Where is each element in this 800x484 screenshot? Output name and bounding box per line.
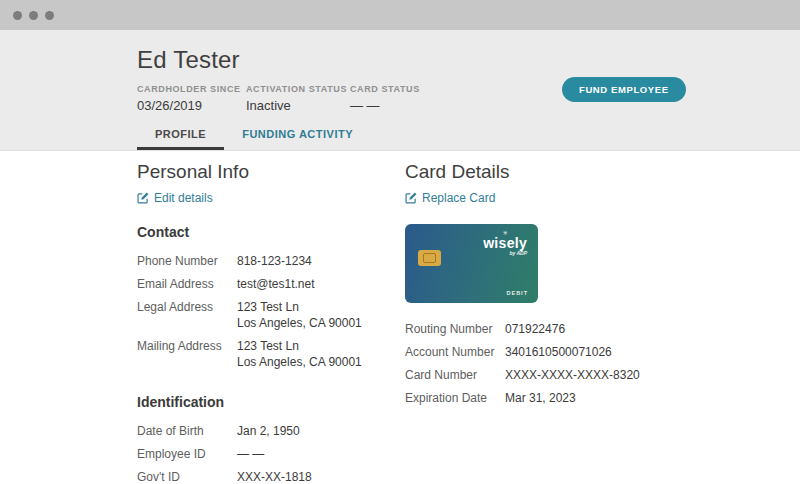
wisely-wordmark: wisely xyxy=(483,236,527,250)
field-value-line: test@tes1t.net xyxy=(237,276,315,292)
field-label: Expiration Date xyxy=(405,390,505,406)
field-row-email: Email Address test@tes1t.net xyxy=(137,276,405,292)
field-row-employee-id: Employee ID — — xyxy=(137,446,405,462)
field-row-phone: Phone Number 818-123-1234 xyxy=(137,253,405,269)
employee-name: Ed Tester xyxy=(137,30,800,74)
tab-profile[interactable]: PROFILE xyxy=(137,122,224,150)
window-control-dot xyxy=(29,11,38,20)
field-row-date-of-birth: Date of Birth Jan 2, 1950 xyxy=(137,423,405,439)
field-label: Account Number xyxy=(405,344,505,360)
edit-icon xyxy=(405,192,417,204)
meta-activation-status: ACTIVATION STATUS Inactive xyxy=(246,84,350,113)
field-value: Jan 2, 1950 xyxy=(237,423,300,439)
edit-details-label: Edit details xyxy=(154,191,213,205)
field-value-line: 818-123-1234 xyxy=(237,253,312,269)
field-value: 3401610500071026 xyxy=(505,344,612,360)
employee-meta: CARDHOLDER SINCE 03/26/2019 ACTIVATION S… xyxy=(137,84,800,113)
field-value-line: Mar 31, 2023 xyxy=(505,390,576,406)
field-value: XXXX-XXXX-XXXX-8320 xyxy=(505,367,640,383)
meta-label: ACTIVATION STATUS xyxy=(246,84,350,94)
field-label: Mailing Address xyxy=(137,338,237,370)
field-value: — — xyxy=(237,446,264,462)
field-label: Routing Number xyxy=(405,321,505,337)
field-value: XXX-XX-1818 xyxy=(237,469,312,484)
personal-info-title: Personal Info xyxy=(137,161,405,183)
tab-bar: PROFILE FUNDING ACTIVITY xyxy=(137,122,800,150)
field-value: 818-123-1234 xyxy=(237,253,312,269)
replace-card-label: Replace Card xyxy=(422,191,495,205)
field-value-line: XXXX-XXXX-XXXX-8320 xyxy=(505,367,640,383)
edit-details-link[interactable]: Edit details xyxy=(137,191,213,205)
field-label: Email Address xyxy=(137,276,237,292)
field-row-legal-address: Legal Address 123 Test Ln Los Angeles, C… xyxy=(137,299,405,331)
field-value: 123 Test Ln Los Angeles, CA 90001 xyxy=(237,299,362,331)
window-titlebar xyxy=(0,0,800,30)
field-value-line: Jan 2, 1950 xyxy=(237,423,300,439)
adp-byline: by ADP xyxy=(483,250,527,257)
sparkle-icon: ✳ xyxy=(483,230,527,236)
debit-card-image: ✳ wisely by ADP DEBIT xyxy=(405,224,538,303)
meta-cardholder-since: CARDHOLDER SINCE 03/26/2019 xyxy=(137,84,246,113)
contact-section-title: Contact xyxy=(137,224,405,240)
field-value: test@tes1t.net xyxy=(237,276,315,292)
field-row-mailing-address: Mailing Address 123 Test Ln Los Angeles,… xyxy=(137,338,405,370)
card-details-title: Card Details xyxy=(405,161,800,183)
field-value-line: 071922476 xyxy=(505,321,565,337)
window-control-dot xyxy=(45,11,54,20)
field-row-govt-id: Gov't ID XXX-XX-1818 xyxy=(137,469,405,484)
field-value-line: — — xyxy=(237,446,264,462)
wisely-logo: ✳ wisely by ADP xyxy=(483,230,527,257)
field-label: Phone Number xyxy=(137,253,237,269)
employee-header: Ed Tester FUND EMPLOYEE CARDHOLDER SINCE… xyxy=(0,30,800,151)
field-label: Legal Address xyxy=(137,299,237,331)
window-control-dot xyxy=(13,11,22,20)
meta-value: 03/26/2019 xyxy=(137,98,246,113)
field-value: 071922476 xyxy=(505,321,565,337)
field-value-line: XXX-XX-1818 xyxy=(237,469,312,484)
field-value-line: 3401610500071026 xyxy=(505,344,612,360)
field-label: Card Number xyxy=(405,367,505,383)
field-value: 123 Test Ln Los Angeles, CA 90001 xyxy=(237,338,362,370)
field-value-line: 123 Test Ln xyxy=(237,299,362,315)
debit-label: DEBIT xyxy=(507,290,529,296)
field-row-card-number: Card Number XXXX-XXXX-XXXX-8320 xyxy=(405,367,800,383)
personal-info-section: Personal Info Edit details Contact Phone… xyxy=(137,161,405,484)
emv-chip-icon xyxy=(418,250,441,266)
identification-section-title: Identification xyxy=(137,394,405,410)
fund-employee-button[interactable]: FUND EMPLOYEE xyxy=(562,77,686,102)
meta-value: — — xyxy=(350,98,420,113)
meta-value: Inactive xyxy=(246,98,350,113)
meta-card-status: CARD STATUS — — xyxy=(350,84,420,113)
field-label: Employee ID xyxy=(137,446,237,462)
field-row-expiration-date: Expiration Date Mar 31, 2023 xyxy=(405,390,800,406)
replace-card-link[interactable]: Replace Card xyxy=(405,191,495,205)
field-row-account-number: Account Number 3401610500071026 xyxy=(405,344,800,360)
field-label: Gov't ID xyxy=(137,469,237,484)
field-value: Mar 31, 2023 xyxy=(505,390,576,406)
card-details-section: Card Details Replace Card ✳ wisely by AD… xyxy=(405,161,800,484)
field-value-line: Los Angeles, CA 90001 xyxy=(237,354,362,370)
edit-icon xyxy=(137,192,149,204)
field-value-line: 123 Test Ln xyxy=(237,338,362,354)
field-value-line: Los Angeles, CA 90001 xyxy=(237,315,362,331)
meta-label: CARDHOLDER SINCE xyxy=(137,84,246,94)
field-row-routing-number: Routing Number 071922476 xyxy=(405,321,800,337)
meta-label: CARD STATUS xyxy=(350,84,420,94)
field-label: Date of Birth xyxy=(137,423,237,439)
profile-content: Personal Info Edit details Contact Phone… xyxy=(0,151,800,484)
tab-funding-activity[interactable]: FUNDING ACTIVITY xyxy=(224,122,371,150)
